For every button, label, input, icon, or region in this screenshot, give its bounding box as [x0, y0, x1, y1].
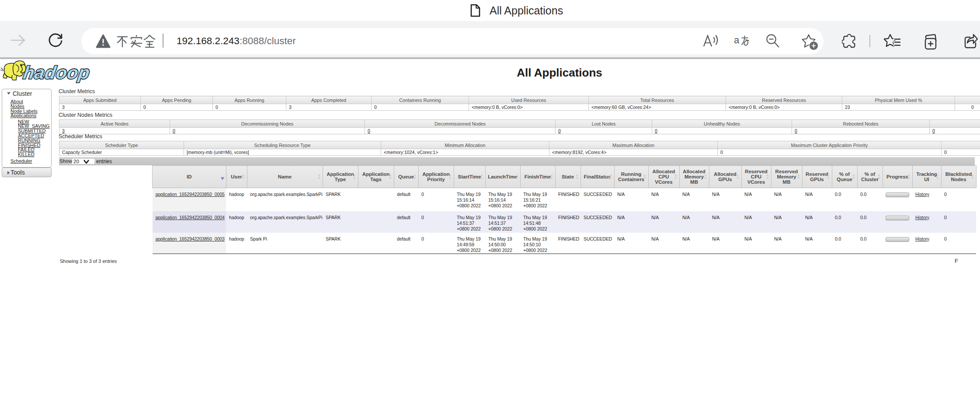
svg-text:hadoop: hadoop [22, 63, 91, 83]
svg-text:a: a [734, 35, 740, 45]
